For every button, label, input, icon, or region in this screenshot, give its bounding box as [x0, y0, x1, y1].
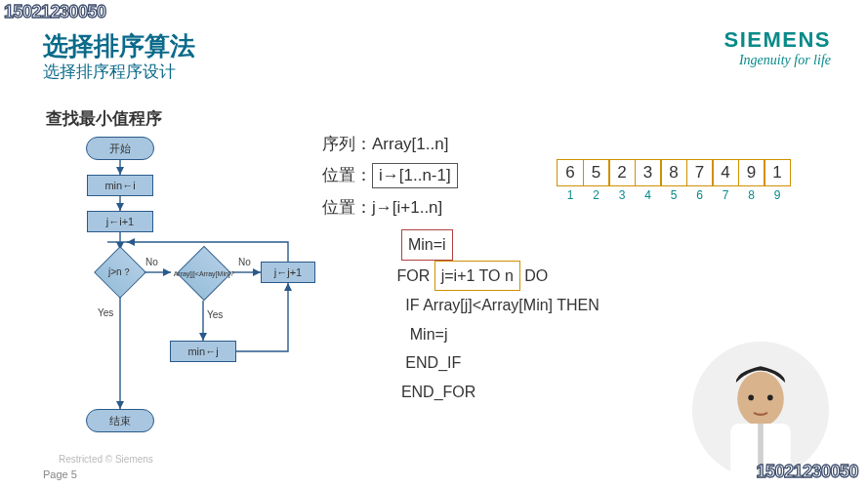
array-index: 8 — [738, 188, 765, 202]
array-cell: 9 — [738, 159, 765, 186]
definitions-block: 序列：Array[1..n] 位置：i→[1..n-1] 位置：j→[i+1..… — [322, 129, 458, 224]
def2-value: i→[1..n-1] — [372, 163, 458, 188]
flow-diamond-jn: j>n？ — [94, 246, 146, 299]
flow-diamond-cmp: Array[j]<Array[Min]? — [177, 246, 232, 302]
flow-end: 结束 — [86, 409, 154, 432]
array-cell: 6 — [557, 159, 584, 186]
array-row: 6 5 2 3 8 7 4 9 1 — [557, 159, 791, 186]
label-yes-2: Yes — [207, 309, 223, 320]
array-cell: 3 — [635, 159, 662, 186]
array-cell: 2 — [608, 159, 636, 186]
brand-logo: SIEMENS Ingenuity for life — [723, 27, 831, 68]
array-cell: 1 — [764, 159, 791, 186]
array-index: 7 — [712, 188, 739, 202]
presenter-avatar — [692, 342, 829, 478]
array-index: 2 — [583, 188, 610, 202]
flow-j-init: j←i+1 — [87, 211, 153, 232]
array-cell: 4 — [712, 159, 739, 186]
section-label: 查找最小值程序 — [46, 107, 162, 130]
flow-start: 开始 — [86, 137, 154, 160]
flow-j-inc: j←j+1 — [261, 262, 315, 283]
def3-value: j→[i+1..n] — [372, 198, 442, 217]
flow-min-i: min←i — [87, 175, 153, 196]
array-cell: 8 — [660, 159, 687, 186]
label-no-1: No — [145, 257, 158, 267]
def1-value: Array[1..n] — [372, 135, 448, 153]
pseudo-endif: END_IF — [405, 354, 461, 371]
pseudo-for-b: j=i+1 TO n — [434, 261, 520, 292]
pseudo-min-i: Min=i — [401, 229, 453, 261]
array-index-row: 1 2 3 4 5 6 7 8 9 — [557, 188, 791, 202]
array-index: 6 — [686, 188, 714, 202]
flowchart: 开始 min←i j←i+1 j>n？ Array[j]<Array[Min]?… — [49, 132, 322, 454]
svg-point-11 — [748, 395, 754, 401]
array-index: 9 — [764, 188, 791, 202]
watermark-top-left: 15021230050 — [4, 2, 106, 22]
array-index: 1 — [557, 188, 584, 202]
page-title: 选择排序算法 — [43, 29, 195, 63]
def1-label: 序列： — [322, 135, 372, 153]
brand-tagline: Ingenuity for life — [723, 53, 831, 68]
brand-name: SIEMENS — [723, 27, 831, 53]
def2-label: 位置： — [322, 166, 372, 184]
pseudo-min-j: Min=j — [410, 326, 448, 343]
page-subtitle: 选择排序程序设计 — [43, 61, 176, 83]
array-cell: 7 — [686, 159, 714, 186]
pseudo-endfor: END_FOR — [401, 384, 475, 400]
array-index: 3 — [608, 188, 636, 202]
pseudo-if: IF Array[j]<Array[Min] THEN — [405, 297, 599, 313]
watermark-bottom-right: 15021230050 — [756, 462, 858, 482]
array-index: 4 — [635, 188, 662, 202]
label-no-2: No — [238, 257, 251, 267]
array-cell: 5 — [583, 159, 610, 186]
pseudo-for-a: FOR — [396, 267, 434, 284]
label-yes-1: Yes — [98, 307, 113, 318]
pseudocode-block: Min=i FOR j=i+1 TO n DO IF Array[j]<Arra… — [393, 229, 599, 407]
footer-page: Page 5 — [43, 468, 77, 480]
pseudo-for-c: DO — [520, 267, 548, 284]
svg-point-12 — [767, 395, 773, 401]
def3-label: 位置： — [322, 198, 372, 217]
footer-restricted: Restricted © Siemens — [59, 454, 153, 465]
array-index: 5 — [660, 188, 687, 202]
svg-point-9 — [737, 372, 784, 427]
flow-min-j: min←j — [170, 341, 236, 362]
